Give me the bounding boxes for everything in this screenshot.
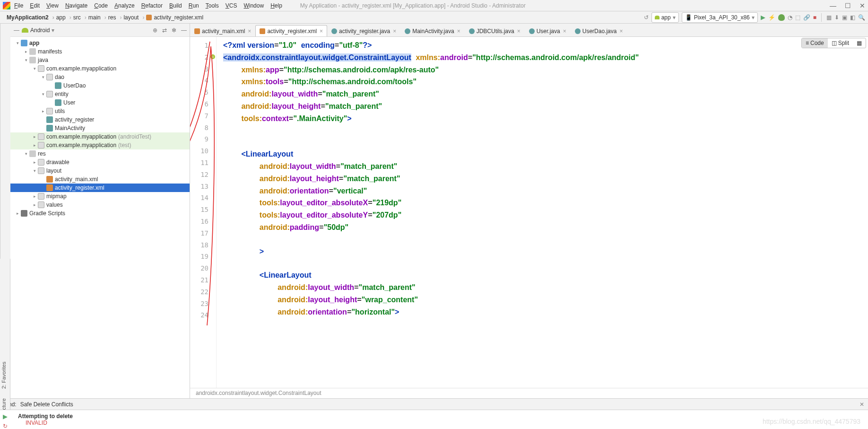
line-gutter[interactable]: 12c3456789101112131415161718192021222324 (190, 37, 217, 388)
search-icon[interactable]: 🔍 (858, 14, 865, 21)
delete-title: Attempting to delete (18, 413, 863, 420)
sync-icon[interactable]: ↺ (644, 14, 649, 21)
tab-close-icon[interactable]: × (248, 28, 251, 35)
project-tree[interactable]: ▾app▸manifests▾java▾com.example.myapplic… (10, 37, 190, 398)
sort-icon[interactable]: ⇄ (162, 27, 167, 34)
editor-tab[interactable]: JDBCUtils.java× (465, 25, 525, 36)
menu-help[interactable]: Help (270, 2, 282, 9)
main-area: 1: Project Resource Manager — Android ▾ … (0, 24, 868, 398)
rerun-icon[interactable]: ▶ (3, 413, 8, 420)
tree-node[interactable]: ▾dao (10, 73, 190, 81)
run-button[interactable]: ▶ (761, 14, 765, 21)
breadcrumb-item[interactable]: app (52, 13, 69, 22)
avd-icon[interactable]: ▦ (826, 14, 832, 21)
coverage-icon[interactable]: ⬚ (795, 14, 800, 21)
layout-inspector-icon[interactable]: ▣ (842, 14, 847, 21)
tab-close-icon[interactable]: × (457, 28, 460, 35)
tree-node[interactable]: ▸mipmap (10, 192, 190, 201)
hide-icon[interactable]: — (181, 27, 187, 34)
tree-node[interactable]: ▾app (10, 39, 190, 47)
code-area[interactable]: <?xml version="1.0" encoding="utf-8"?> <… (217, 37, 868, 388)
apply-changes-icon[interactable]: ⚡ (768, 14, 775, 21)
module-selector[interactable]: app▾ (651, 12, 679, 23)
debug-icon[interactable] (778, 14, 785, 21)
menu-analyze[interactable]: Analyze (114, 2, 135, 9)
breadcrumb-item[interactable]: src (69, 13, 85, 22)
tree-node[interactable]: ▸UserDao (10, 81, 190, 90)
dropdown-caret-icon[interactable]: ▾ (52, 27, 54, 34)
collapse-icon[interactable]: — (13, 27, 20, 34)
tree-node[interactable]: ▾com.example.myapplication (10, 64, 190, 73)
breadcrumb-item[interactable]: res (104, 13, 120, 22)
gutter-mark-icon[interactable]: c (210, 54, 215, 59)
breadcrumb-item[interactable]: MyApplication2 (3, 13, 52, 22)
tree-node[interactable]: ▸activity_register (10, 115, 190, 124)
tree-node[interactable]: ▸values (10, 201, 190, 209)
window-controls: — ☐ ✕ (830, 2, 865, 9)
tree-node[interactable]: ▸manifests (10, 47, 190, 56)
tree-node[interactable]: ▸utils (10, 107, 190, 115)
tree-node[interactable]: ▾entity (10, 90, 190, 98)
editor-tab[interactable]: activity_main.xml× (190, 25, 255, 36)
menu-refactor[interactable]: Refactor (141, 2, 163, 9)
tree-node[interactable]: ▸Gradle Scripts (10, 209, 190, 218)
tab-close-icon[interactable]: × (563, 28, 566, 35)
tree-node[interactable]: ▸activity_register.xml (10, 184, 190, 192)
editor-tab[interactable]: MainActivity.java× (400, 25, 465, 36)
find-close-icon[interactable]: ✕ (859, 401, 864, 408)
breadcrumb-item[interactable]: layout (120, 13, 142, 22)
design-view-button[interactable]: ▦ (853, 38, 866, 48)
tree-node[interactable]: ▸MainActivity (10, 124, 190, 132)
editor-tab[interactable]: activity_register.java× (327, 25, 400, 36)
editor-tab[interactable]: activity_register.xml× (255, 25, 327, 36)
project-panel-header: — Android ▾ ⊕ ⇄ ✻ — (10, 24, 190, 37)
tab-close-icon[interactable]: × (320, 28, 323, 35)
view-mode-label[interactable]: Android (30, 27, 50, 34)
android-icon (22, 28, 28, 33)
stop-icon-2[interactable]: ↻ (3, 423, 8, 429)
profiler-icon[interactable]: ◔ (788, 14, 792, 21)
breadcrumb-item[interactable]: main (85, 13, 104, 22)
breadcrumb-item[interactable]: activity_register.xml (142, 13, 207, 22)
find-text[interactable]: Safe Delete Conflicts (20, 401, 73, 408)
menu-build[interactable]: Build (169, 2, 182, 9)
attach-debugger-icon[interactable]: 🔗 (803, 14, 810, 21)
editor-tab[interactable]: User.java× (525, 25, 571, 36)
tree-node[interactable]: ▸drawable (10, 158, 190, 166)
tab-close-icon[interactable]: × (619, 28, 623, 35)
tree-node[interactable]: ▸com.example.myapplication(test) (10, 141, 190, 149)
tree-node[interactable]: ▾res (10, 149, 190, 158)
rail-favorites[interactable]: 2: Favorites (1, 362, 9, 389)
editor-area: activity_main.xml×activity_register.xml×… (190, 24, 868, 398)
tab-close-icon[interactable]: × (517, 28, 521, 35)
tree-node[interactable]: ▸com.example.myapplication(androidTest) (10, 132, 190, 141)
menu-window[interactable]: Window (243, 2, 264, 9)
menu-view[interactable]: View (46, 2, 59, 9)
device-selector[interactable]: 📱Pixel_3a_API_30_x86▾ (682, 12, 758, 23)
tree-node[interactable]: ▸User (10, 98, 190, 107)
tree-node[interactable]: ▾layout (10, 166, 190, 175)
maximize-icon[interactable]: ☐ (845, 2, 851, 9)
stop-icon[interactable]: ■ (813, 14, 816, 21)
resource-icon[interactable]: ◧ (850, 14, 855, 21)
menu-tools[interactable]: Tools (206, 2, 219, 9)
menu-vcs[interactable]: VCS (226, 2, 237, 9)
editor-breadcrumb[interactable]: androidx.constraintlayout.widget.Constra… (190, 388, 868, 398)
menu-file[interactable]: File (14, 2, 23, 9)
sdk-icon[interactable]: ⬇ (834, 14, 839, 21)
menu-edit[interactable]: Edit (30, 2, 40, 9)
minimize-icon[interactable]: — (830, 2, 836, 9)
menu-navigate[interactable]: Navigate (65, 2, 87, 9)
menu-code[interactable]: Code (94, 2, 108, 9)
target-icon[interactable]: ⊕ (153, 27, 157, 34)
code-view-button[interactable]: ≡Code (802, 38, 828, 48)
watermark: https://blog.csdn.net/qq_4475793 (763, 418, 860, 425)
menu-run[interactable]: Run (189, 2, 199, 9)
editor-tab[interactable]: UserDao.java× (571, 25, 627, 36)
split-view-button[interactable]: ◫Split (828, 38, 853, 48)
gear-icon[interactable]: ✻ (172, 27, 176, 34)
close-icon[interactable]: ✕ (859, 2, 865, 9)
tab-close-icon[interactable]: × (393, 28, 396, 35)
tree-node[interactable]: ▾java (10, 56, 190, 64)
tree-node[interactable]: ▸activity_main.xml (10, 175, 190, 184)
